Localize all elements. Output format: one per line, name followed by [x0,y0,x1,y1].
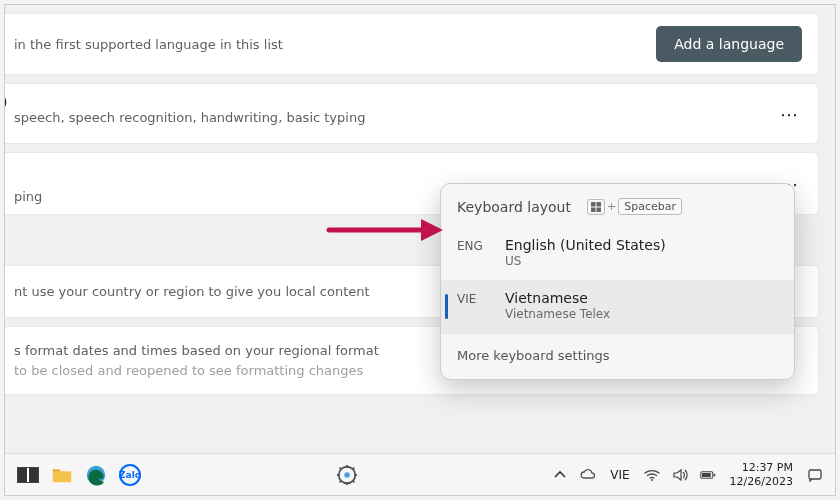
svg-line-13 [339,467,341,469]
clock[interactable]: 12:37 PM 12/26/2023 [724,461,799,487]
keyboard-shortcut-hint: + Spacebar [587,198,682,215]
windows-key-icon [587,199,605,215]
keyboard-layout-flyout: Keyboard layout + Spacebar ENG English (… [440,183,795,380]
layout-subname: Vietnamese Telex [505,307,610,321]
language-capabilities-english: speech, speech recognition, handwriting,… [14,110,365,125]
preferred-languages-subtext: in the first supported language in this … [14,37,283,52]
svg-point-8 [344,472,350,478]
more-icon[interactable]: ⋯ [780,103,800,124]
layout-name: English (United States) [505,237,666,253]
svg-rect-1 [596,202,601,207]
zalo-app-icon[interactable]: Zalo [115,460,145,490]
taskbar: Zalo VIE 12:37 PM 12/26/2023 [5,453,835,495]
svg-rect-2 [591,207,596,212]
clock-date: 12/26/2023 [730,475,793,488]
svg-rect-21 [809,470,821,479]
chevron-up-icon[interactable] [548,463,572,487]
svg-rect-3 [596,207,601,212]
language-row-english[interactable]: ) speech, speech recognition, handwritin… [4,83,819,144]
file-explorer-icon[interactable] [47,460,77,490]
spacebar-key: Spacebar [618,198,682,215]
battery-icon[interactable] [696,463,720,487]
volume-icon[interactable] [668,463,692,487]
layout-option-english[interactable]: ENG English (United States) US [441,227,794,280]
region-content-note: nt use your country or region to give yo… [14,284,370,299]
edge-browser-icon[interactable] [81,460,111,490]
onedrive-icon[interactable] [576,463,600,487]
settings-window: in the first supported language in this … [4,4,836,496]
preferred-languages-card: in the first supported language in this … [4,13,819,75]
layout-code: ENG [457,237,491,253]
ime-indicator[interactable]: VIE [604,464,635,486]
svg-line-14 [352,480,354,482]
svg-line-16 [339,480,341,482]
settings-app-icon[interactable] [332,460,362,490]
layout-code: VIE [457,290,491,306]
svg-rect-0 [591,202,596,207]
flyout-title: Keyboard layout [457,199,571,215]
wifi-icon[interactable] [640,463,664,487]
add-language-button[interactable]: Add a language [656,26,802,62]
svg-rect-20 [702,473,711,477]
annotation-arrow [325,215,445,248]
clock-time: 12:37 PM [730,461,793,474]
svg-line-15 [352,467,354,469]
layout-name: Vietnamese [505,290,610,306]
svg-rect-19 [713,473,715,475]
notifications-icon[interactable] [803,463,827,487]
layout-subname: US [505,254,666,268]
flyout-header: Keyboard layout + Spacebar [441,184,794,227]
layout-option-vietnamese[interactable]: VIE Vietnamese Vietnamese Telex [441,280,794,333]
svg-point-17 [651,479,653,481]
more-keyboard-settings-link[interactable]: More keyboard settings [441,333,794,379]
language-capabilities-vietnamese: ping [14,189,42,204]
task-view-icon[interactable] [13,460,43,490]
